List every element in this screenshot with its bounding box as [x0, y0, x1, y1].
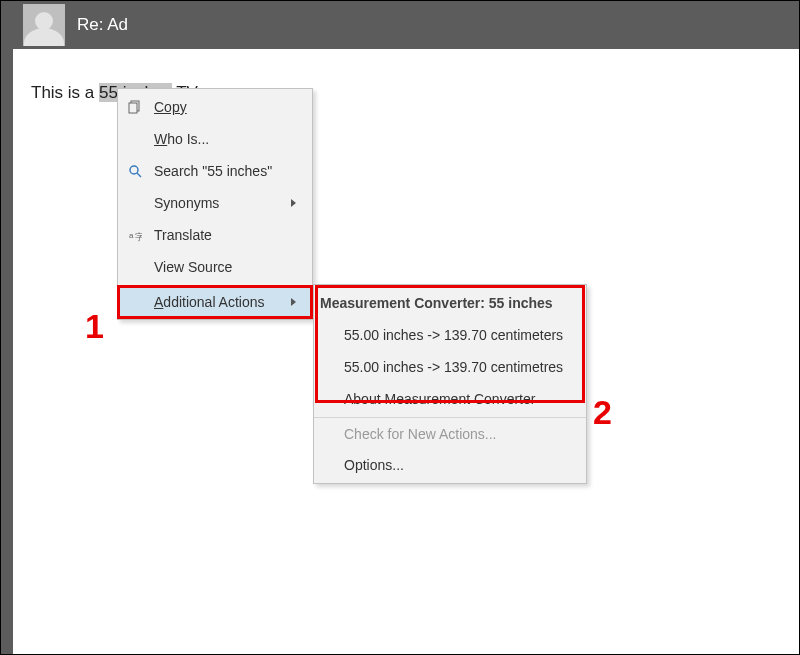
menu-label-rest: dditional Actions: [163, 294, 264, 310]
copy-icon: [124, 98, 146, 116]
svg-rect-1: [129, 103, 137, 113]
menu-item-additional-actions[interactable]: Additional Actions: [118, 285, 312, 317]
menu-item-synonyms[interactable]: Synonyms: [118, 187, 312, 219]
subject-line: Re: Ad: [77, 15, 128, 35]
menu-label: Search "55 inches": [154, 163, 296, 179]
avatar: [23, 4, 65, 46]
submenu-item-about[interactable]: About Measurement Converter: [314, 383, 586, 415]
menu-label: Synonyms: [154, 195, 277, 211]
menu-label: 55.00 inches -> 139.70 centimeters: [344, 327, 570, 343]
submenu-item-check-actions: Check for New Actions...: [314, 417, 586, 449]
svg-line-3: [137, 173, 141, 177]
left-strip: [1, 1, 13, 654]
submenu-item-options[interactable]: Options...: [314, 449, 586, 481]
menu-label: Copy: [154, 99, 187, 115]
menu-label: Translate: [154, 227, 296, 243]
submenu-header[interactable]: Measurement Converter: 55 inches: [314, 287, 586, 319]
submenu-arrow-icon: [291, 199, 296, 207]
blank-icon: [124, 258, 146, 276]
annotation-number-2: 2: [593, 393, 612, 432]
blank-icon: [124, 130, 146, 148]
menu-label: Check for New Actions...: [344, 426, 570, 442]
menu-label: About Measurement Converter: [344, 391, 570, 407]
svg-text:a: a: [129, 231, 134, 240]
svg-point-2: [130, 166, 138, 174]
message-header: Re: Ad: [13, 1, 799, 49]
menu-label: View Source: [154, 259, 296, 275]
menu-item-search[interactable]: Search "55 inches": [118, 155, 312, 187]
menu-label-accel: A: [154, 294, 163, 310]
menu-item-view-source[interactable]: View Source: [118, 251, 312, 283]
menu-label-rest: ho Is...: [167, 131, 209, 147]
menu-item-copy[interactable]: Copy: [118, 91, 312, 123]
svg-text:字: 字: [135, 232, 142, 242]
additional-actions-submenu: Measurement Converter: 55 inches 55.00 i…: [313, 284, 587, 484]
menu-item-whois[interactable]: Who Is...: [118, 123, 312, 155]
translate-icon: a字: [124, 226, 146, 244]
menu-label: Options...: [344, 457, 570, 473]
menu-item-translate[interactable]: a字 Translate: [118, 219, 312, 251]
blank-icon: [124, 194, 146, 212]
submenu-item-centimeters[interactable]: 55.00 inches -> 139.70 centimeters: [314, 319, 586, 351]
annotation-number-1: 1: [85, 307, 104, 346]
menu-label-accel: W: [154, 131, 167, 147]
body-prefix: This is a: [31, 83, 99, 102]
submenu-item-centimetres[interactable]: 55.00 inches -> 139.70 centimetres: [314, 351, 586, 383]
context-menu: Copy Who Is... Search "55 inches" Synony…: [117, 88, 313, 320]
submenu-header-label: Measurement Converter: 55 inches: [320, 295, 570, 311]
menu-label: 55.00 inches -> 139.70 centimetres: [344, 359, 570, 375]
blank-icon: [124, 293, 146, 311]
submenu-arrow-icon: [291, 298, 296, 306]
search-icon: [124, 162, 146, 180]
